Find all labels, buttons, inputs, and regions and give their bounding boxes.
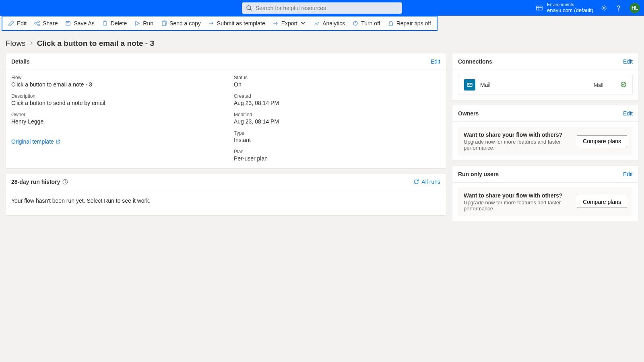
svg-point-20 bbox=[621, 82, 626, 87]
edit-icon bbox=[8, 20, 14, 27]
connections-card: Connections Edit Mail Mail bbox=[452, 53, 638, 100]
created-label: Created bbox=[234, 93, 440, 99]
connection-name: Mail bbox=[480, 82, 589, 88]
svg-line-10 bbox=[36, 22, 38, 23]
environment-name: enayu.com (default) bbox=[547, 7, 593, 14]
owners-edit-link[interactable]: Edit bbox=[623, 110, 633, 117]
save-icon bbox=[65, 20, 71, 27]
share-icon bbox=[34, 20, 40, 27]
owner-label: Owner bbox=[11, 112, 218, 117]
bell-icon bbox=[388, 20, 394, 27]
breadcrumb-root[interactable]: Flows bbox=[6, 39, 26, 48]
history-empty-text: Your flow hasn't been run yet. Select Ru… bbox=[6, 190, 446, 215]
content: Details Edit FlowClick a button to email… bbox=[0, 53, 644, 221]
gear-icon bbox=[601, 4, 608, 12]
connections-title: Connections bbox=[458, 58, 492, 65]
app-header: Environments enayu.com (default) HL bbox=[0, 0, 644, 16]
svg-rect-19 bbox=[467, 83, 472, 86]
settings-button[interactable] bbox=[601, 4, 608, 12]
details-card: Details Edit FlowClick a button to email… bbox=[6, 53, 446, 168]
header-right: Environments enayu.com (default) HL bbox=[536, 2, 640, 14]
svg-rect-13 bbox=[162, 22, 165, 26]
external-link-icon bbox=[56, 139, 60, 144]
owner-value: Henry Legge bbox=[11, 118, 218, 125]
desc-value: Click a button to send a note by email. bbox=[11, 100, 218, 106]
type-value: Instant bbox=[234, 137, 440, 143]
modified-label: Modified bbox=[234, 112, 440, 117]
analytics-button[interactable]: Analytics bbox=[310, 19, 348, 28]
compare-plans-button[interactable]: Compare plans bbox=[577, 135, 627, 147]
send-copy-button[interactable]: Send a copy bbox=[157, 19, 204, 28]
owners-title: Owners bbox=[458, 110, 479, 117]
check-icon bbox=[620, 81, 627, 89]
help-button[interactable] bbox=[615, 4, 622, 12]
repair-tips-button[interactable]: Repair tips off bbox=[384, 19, 434, 28]
submit-icon bbox=[208, 20, 215, 27]
flow-label: Flow bbox=[11, 75, 218, 80]
edit-button[interactable]: Edit bbox=[5, 19, 30, 28]
search-icon bbox=[246, 5, 252, 11]
flow-value: Click a button to email a note - 3 bbox=[11, 81, 218, 88]
owners-upsell: Want to share your flow with others? Upg… bbox=[458, 127, 633, 156]
desc-label: Description bbox=[11, 93, 218, 99]
run-only-upsell: Want to share your flow with others? Upg… bbox=[458, 187, 633, 216]
svg-point-5 bbox=[603, 7, 605, 9]
svg-rect-12 bbox=[67, 21, 68, 23]
delete-button[interactable]: Delete bbox=[99, 19, 130, 28]
history-title: 28-day run history bbox=[11, 179, 60, 185]
svg-rect-2 bbox=[537, 6, 542, 10]
svg-point-8 bbox=[38, 21, 39, 23]
details-title: Details bbox=[11, 58, 30, 65]
environment-label: Environments bbox=[547, 2, 593, 7]
mail-icon bbox=[464, 79, 475, 90]
info-icon[interactable] bbox=[62, 179, 68, 185]
connections-edit-link[interactable]: Edit bbox=[623, 58, 633, 65]
environment-icon bbox=[536, 4, 543, 12]
power-icon bbox=[352, 20, 359, 27]
run-button[interactable]: Run bbox=[131, 19, 157, 28]
trash-icon bbox=[102, 20, 108, 27]
search-container bbox=[242, 2, 402, 14]
upsell-desc-2: Upgrade now for more features and faster… bbox=[464, 200, 572, 212]
environment-picker[interactable]: Environments enayu.com (default) bbox=[536, 2, 593, 14]
share-button[interactable]: Share bbox=[31, 19, 61, 28]
status-label: Status bbox=[234, 75, 440, 80]
play-icon bbox=[134, 20, 140, 27]
connection-item[interactable]: Mail Mail bbox=[458, 75, 633, 95]
owners-card: Owners Edit Want to share your flow with… bbox=[452, 105, 638, 160]
plan-label: Plan bbox=[234, 149, 440, 154]
upsell-desc: Upgrade now for more features and faster… bbox=[464, 139, 572, 151]
copy-icon bbox=[161, 20, 167, 27]
details-edit-link[interactable]: Edit bbox=[431, 58, 440, 65]
type-label: Type bbox=[234, 130, 440, 136]
original-template-link[interactable]: Original template bbox=[11, 138, 218, 145]
save-as-button[interactable]: Save As bbox=[62, 19, 97, 28]
svg-point-0 bbox=[247, 6, 251, 10]
search-box[interactable] bbox=[242, 2, 402, 14]
command-bar: Edit Share Save As Delete Run Send a cop… bbox=[2, 16, 438, 31]
svg-point-7 bbox=[35, 23, 36, 24]
help-icon bbox=[615, 4, 622, 12]
user-avatar[interactable]: HL bbox=[630, 3, 640, 13]
breadcrumb-current: Click a button to email a note - 3 bbox=[37, 39, 154, 48]
upsell-title: Want to share your flow with others? bbox=[464, 132, 572, 138]
chevron-down-icon bbox=[300, 20, 306, 27]
run-history-card: 28-day run history All runs Your flow ha… bbox=[6, 174, 446, 215]
refresh-icon bbox=[413, 179, 419, 185]
chevron-right-icon bbox=[29, 40, 34, 47]
all-runs-link[interactable]: All runs bbox=[413, 179, 440, 185]
status-value: On bbox=[234, 81, 440, 88]
svg-point-9 bbox=[38, 24, 39, 26]
search-input[interactable] bbox=[256, 5, 398, 11]
chart-icon bbox=[314, 20, 320, 27]
svg-line-1 bbox=[250, 9, 252, 10]
export-button[interactable]: Export bbox=[269, 19, 310, 28]
turn-off-button[interactable]: Turn off bbox=[349, 19, 383, 28]
submit-template-button[interactable]: Submit as template bbox=[205, 19, 268, 28]
export-icon bbox=[272, 20, 279, 27]
run-only-edit-link[interactable]: Edit bbox=[623, 171, 633, 177]
upsell-title-2: Want to share your flow with others? bbox=[464, 192, 572, 199]
created-value: Aug 23, 08:14 PM bbox=[234, 100, 440, 106]
compare-plans-button-2[interactable]: Compare plans bbox=[577, 196, 627, 208]
svg-point-6 bbox=[618, 10, 619, 10]
